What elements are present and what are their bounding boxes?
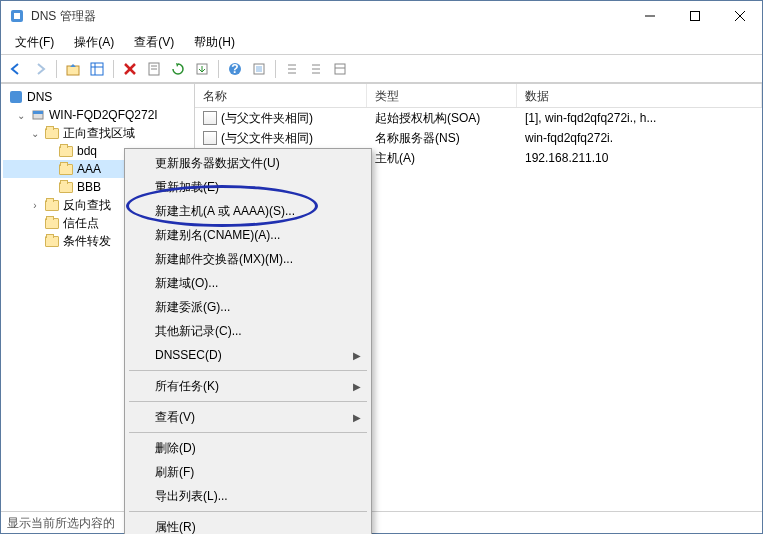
separator <box>129 511 367 512</box>
tree-label: 条件转发 <box>63 233 111 250</box>
content-area: DNS ⌄ WIN-FQD2QFQ272I ⌄ 正向查找区域 bdq AAA <box>1 83 762 511</box>
cell-name: (与父文件夹相同) <box>221 131 313 145</box>
list-row[interactable]: (与父文件夹相同) 起始授权机构(SOA) [1], win-fqd2qfq27… <box>195 108 762 128</box>
view-toggle-button[interactable] <box>86 58 108 80</box>
folder-icon <box>44 197 60 213</box>
menu-help[interactable]: 帮助(H) <box>184 31 245 54</box>
cell-data: win-fqd2qfq272i. <box>517 129 762 147</box>
tree-label: WIN-FQD2QFQ272I <box>49 108 158 122</box>
tree-label: 正向查找区域 <box>63 125 135 142</box>
separator <box>129 370 367 371</box>
svg-rect-6 <box>67 66 79 75</box>
titlebar: DNS 管理器 <box>1 1 762 31</box>
tool-icon-3[interactable] <box>305 58 327 80</box>
menubar: 文件(F) 操作(A) 查看(V) 帮助(H) <box>1 31 762 55</box>
expand-icon[interactable]: › <box>29 200 41 211</box>
cm-new-host[interactable]: 新建主机(A 或 AAAA)(S)... <box>127 199 369 223</box>
tree-forward-zones[interactable]: ⌄ 正向查找区域 <box>3 124 192 142</box>
tree-server[interactable]: ⌄ WIN-FQD2QFQ272I <box>3 106 192 124</box>
cm-other-records[interactable]: 其他新记录(C)... <box>127 319 369 343</box>
tree-label: bdq <box>77 144 97 158</box>
record-icon <box>203 111 217 125</box>
submenu-arrow-icon: ▶ <box>353 350 361 361</box>
tree-root-dns[interactable]: DNS <box>3 88 192 106</box>
separator <box>129 401 367 402</box>
svg-rect-30 <box>33 111 43 114</box>
tool-icon-4[interactable] <box>329 58 351 80</box>
svg-rect-19 <box>256 66 262 72</box>
list-header: 名称 类型 数据 <box>195 84 762 108</box>
back-button[interactable] <box>5 58 27 80</box>
menu-view[interactable]: 查看(V) <box>124 31 184 54</box>
cell-data: 192.168.211.10 <box>517 149 762 167</box>
column-data[interactable]: 数据 <box>517 84 762 107</box>
folder-icon <box>58 143 74 159</box>
svg-rect-3 <box>690 12 699 21</box>
collapse-icon[interactable]: ⌄ <box>29 128 41 139</box>
cm-new-cname[interactable]: 新建别名(CNAME)(A)... <box>127 223 369 247</box>
up-button[interactable] <box>62 58 84 80</box>
collapse-icon[interactable]: ⌄ <box>15 110 27 121</box>
tool-icon-1[interactable] <box>248 58 270 80</box>
server-icon <box>30 107 46 123</box>
help-icon[interactable]: ? <box>224 58 246 80</box>
context-menu: 更新服务器数据文件(U) 重新加载(E) 新建主机(A 或 AAAA)(S)..… <box>124 148 372 534</box>
svg-rect-1 <box>14 13 20 19</box>
cell-name: (与父文件夹相同) <box>221 111 313 125</box>
folder-icon <box>44 215 60 231</box>
refresh-icon[interactable] <box>167 58 189 80</box>
cm-delete[interactable]: 删除(D) <box>127 436 369 460</box>
cm-dnssec[interactable]: DNSSEC(D)▶ <box>127 343 369 367</box>
column-name[interactable]: 名称 <box>195 84 367 107</box>
close-button[interactable] <box>717 1 762 31</box>
cm-properties[interactable]: 属性(R) <box>127 515 369 534</box>
folder-icon <box>44 125 60 141</box>
folder-icon <box>58 179 74 195</box>
tree-label: 信任点 <box>63 215 99 232</box>
cm-update-server-file[interactable]: 更新服务器数据文件(U) <box>127 151 369 175</box>
cm-view[interactable]: 查看(V)▶ <box>127 405 369 429</box>
cell-type: 名称服务器(NS) <box>367 128 517 149</box>
statusbar: 显示当前所选内容的 <box>1 511 762 533</box>
record-icon <box>203 131 217 145</box>
cm-refresh[interactable]: 刷新(F) <box>127 460 369 484</box>
cell-type: 主机(A) <box>367 148 517 169</box>
folder-icon <box>58 161 74 177</box>
svg-rect-26 <box>335 64 345 74</box>
toolbar: ? <box>1 55 762 83</box>
cell-type: 起始授权机构(SOA) <box>367 108 517 129</box>
forward-button[interactable] <box>29 58 51 80</box>
export-icon[interactable] <box>191 58 213 80</box>
cm-new-domain[interactable]: 新建域(O)... <box>127 271 369 295</box>
properties-icon[interactable] <box>143 58 165 80</box>
svg-rect-7 <box>91 63 103 75</box>
svg-rect-28 <box>10 91 22 103</box>
folder-icon <box>44 233 60 249</box>
delete-icon[interactable] <box>119 58 141 80</box>
cm-new-delegation[interactable]: 新建委派(G)... <box>127 295 369 319</box>
separator <box>129 432 367 433</box>
submenu-arrow-icon: ▶ <box>353 412 361 423</box>
list-row[interactable]: (与父文件夹相同) 名称服务器(NS) win-fqd2qfq272i. <box>195 128 762 148</box>
tree-label: BBB <box>77 180 101 194</box>
tool-icon-2[interactable] <box>281 58 303 80</box>
dns-icon <box>8 89 24 105</box>
cm-export-list[interactable]: 导出列表(L)... <box>127 484 369 508</box>
menu-file[interactable]: 文件(F) <box>5 31 64 54</box>
column-type[interactable]: 类型 <box>367 84 517 107</box>
status-text: 显示当前所选内容的 <box>7 516 115 530</box>
tree-label: DNS <box>27 90 52 104</box>
window-title: DNS 管理器 <box>31 8 627 25</box>
app-icon <box>9 8 25 24</box>
submenu-arrow-icon: ▶ <box>353 381 361 392</box>
cm-new-mx[interactable]: 新建邮件交换器(MX)(M)... <box>127 247 369 271</box>
cm-reload[interactable]: 重新加载(E) <box>127 175 369 199</box>
cell-data: [1], win-fqd2qfq272i., h... <box>517 109 762 127</box>
maximize-button[interactable] <box>672 1 717 31</box>
tree-label: AAA <box>77 162 101 176</box>
cm-all-tasks[interactable]: 所有任务(K)▶ <box>127 374 369 398</box>
minimize-button[interactable] <box>627 1 672 31</box>
tree-label: 反向查找 <box>63 197 111 214</box>
dns-manager-window: DNS 管理器 文件(F) 操作(A) 查看(V) 帮助(H) ? <box>0 0 763 534</box>
menu-action[interactable]: 操作(A) <box>64 31 124 54</box>
